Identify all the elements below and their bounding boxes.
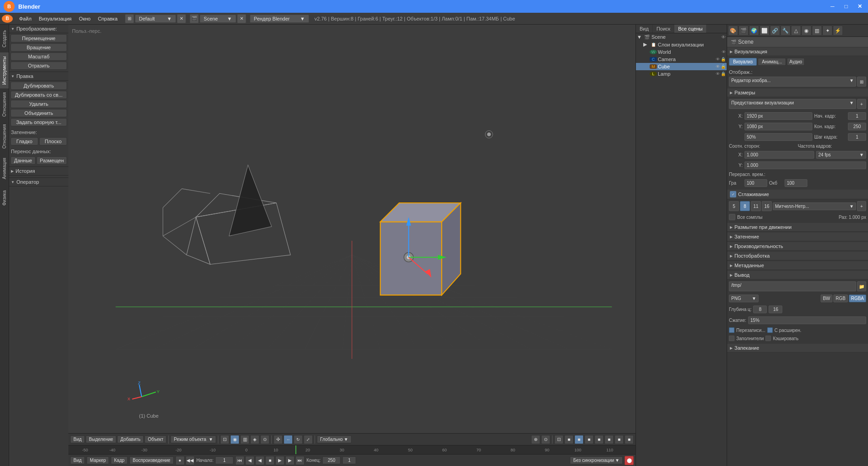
menu-window[interactable]: Окно <box>75 15 94 22</box>
tl-step-back-btn[interactable]: ◀ <box>245 456 254 465</box>
operator-section-header[interactable]: ▼ Оператор <box>9 177 68 186</box>
scene-icon-btn[interactable]: 🎬 <box>190 14 199 23</box>
fps-selector[interactable]: 24 fps ▼ <box>816 151 866 159</box>
output-section-header[interactable]: ▶ Вывод <box>727 271 868 280</box>
tl-jump-end-btn[interactable]: ⏭ <box>295 456 305 465</box>
smooth-btn[interactable]: Гладко <box>10 137 38 145</box>
render-engine-selector[interactable]: Рендер Blender ▼ <box>250 15 309 23</box>
proportional-edit-btn[interactable]: ⊙ <box>541 435 550 444</box>
prop-tab-physics[interactable]: ⚡ <box>833 26 843 36</box>
aa-5[interactable]: 5 <box>729 201 739 211</box>
flat-btn[interactable]: Плоско <box>39 137 67 145</box>
tl-view-btn[interactable]: Вид <box>70 456 85 464</box>
transform-section-header[interactable]: ▼ Преобразование: <box>9 25 68 33</box>
zbuffer-a-field[interactable]: 8 <box>753 305 767 313</box>
menu-help[interactable]: Справка <box>94 15 121 22</box>
tl-marker-btn[interactable]: Маркер <box>87 456 109 464</box>
outliner-item-camera[interactable]: C Camera 👁 🔒 <box>636 56 727 63</box>
tl-prev-key-btn[interactable]: ◀◀ <box>186 456 195 465</box>
frame-step-field[interactable]: 1 <box>848 133 866 141</box>
menu-render[interactable]: Визуализация <box>35 15 75 22</box>
rgb-btn[interactable]: RGB <box>833 295 848 302</box>
vt-object-btn[interactable]: Объект <box>145 435 166 443</box>
prop-tab-modifiers[interactable]: 🔧 <box>780 26 790 36</box>
cam-restrict-icon[interactable]: 🔒 <box>721 57 726 62</box>
bw-btn[interactable]: BW <box>821 295 832 302</box>
vt-select-btn[interactable]: Выделение <box>86 435 116 443</box>
tl-jump-start-btn[interactable]: ⏮ <box>235 456 244 465</box>
outliner-tab-view[interactable]: Вид <box>636 25 653 33</box>
frame-end-field[interactable]: 250 <box>848 123 866 130</box>
tl-sync-btn[interactable]: Без синхронизации ▼ <box>570 456 623 464</box>
transform-manipulator-btn[interactable]: ✣ <box>274 435 283 444</box>
layer5-btn[interactable]: ■ <box>604 435 614 444</box>
extension-checkbox[interactable] <box>767 327 773 333</box>
lamp-restrict-icon[interactable]: 🔒 <box>721 72 726 76</box>
format-selector[interactable]: PNG ▼ <box>729 295 759 302</box>
scene-eye-icon[interactable]: 👁 <box>721 35 726 40</box>
solid-btn[interactable]: ◉ <box>230 435 239 444</box>
vt-view-btn[interactable]: Вид <box>70 435 85 443</box>
tab-relations[interactable]: Отношения <box>0 88 9 120</box>
layer3-btn[interactable]: ■ <box>584 435 594 444</box>
render-btn[interactable]: ⊙ <box>260 435 269 444</box>
resolution-preset-selector[interactable]: Предустановки визуализации ▼ <box>729 99 856 109</box>
coordinate-system-btn[interactable]: Глобально ▼ <box>317 435 351 443</box>
material-btn[interactable]: ◈ <box>250 435 259 444</box>
texture-btn[interactable]: ▥ <box>240 435 249 444</box>
cache-checkbox[interactable] <box>765 336 771 341</box>
tl-playback-btn[interactable]: Воспроизведение <box>129 456 174 464</box>
aspect-y-field[interactable]: 1.000 <box>744 161 866 169</box>
world-eye-icon[interactable]: 👁 <box>722 50 726 54</box>
aa-16[interactable]: 16 <box>762 201 772 211</box>
tl-play-btn[interactable]: ▶ <box>275 456 284 465</box>
add-scene-btn[interactable]: ✕ <box>237 14 246 23</box>
tl-stop-btn[interactable]: ■ <box>265 456 274 465</box>
aa-11[interactable]: 11 <box>751 201 761 211</box>
outliner-item-render-layers[interactable]: ▶ 📋 Слои визуализации <box>636 41 727 48</box>
post-section-header[interactable]: ▶ Постобработка <box>727 252 868 260</box>
zbuffer-b-field[interactable]: 16 <box>769 305 782 313</box>
layer6-btn[interactable]: ■ <box>615 435 624 444</box>
move-btn[interactable]: Перемещение <box>10 34 67 42</box>
wireframe-btn[interactable]: ⊡ <box>220 435 229 444</box>
prop-tab-scene[interactable]: 🎬 <box>739 26 749 36</box>
cam-eye-icon[interactable]: 👁 <box>716 57 720 62</box>
cube-restrict-icon[interactable]: 🔒 <box>721 64 726 69</box>
set-origin-btn[interactable]: Задать опорную т... <box>10 118 67 126</box>
resolution-preset-icon[interactable]: + <box>857 99 866 109</box>
tab-physics[interactable]: Физика <box>0 184 9 212</box>
browse-output-btn[interactable]: 📁 <box>857 281 866 291</box>
outliner-tab-all-scenes[interactable]: Все сцены <box>674 25 706 33</box>
tl-play-back-btn[interactable]: ◀ <box>255 456 264 465</box>
layer2-btn[interactable]: ■ <box>574 435 584 444</box>
duplicate-btn[interactable]: Дублировать <box>10 82 67 90</box>
motion-blur-section-header[interactable]: ▶ Размытие при движении <box>727 223 868 232</box>
rotation-btn[interactable]: ↻ <box>294 435 303 444</box>
prop-tab-world[interactable]: 🌍 <box>749 26 759 36</box>
compression-field[interactable]: 15% <box>748 316 866 324</box>
res-x-field[interactable]: 1920 px <box>744 112 812 120</box>
lamp-eye-icon[interactable]: 👁 <box>716 72 720 76</box>
gam-field[interactable]: 100 <box>744 179 767 187</box>
all-samples-checkbox[interactable] <box>729 214 735 220</box>
tab-create[interactable]: Создать <box>0 25 9 52</box>
duplicate-sv-btn[interactable]: Дублировать со св... <box>10 91 67 99</box>
vt-add-btn[interactable]: Добавить <box>117 435 144 443</box>
tl-current-frame[interactable]: 1 <box>342 456 356 464</box>
layer7-btn[interactable]: ■ <box>625 435 634 444</box>
percent-field[interactable]: 50% <box>744 133 812 141</box>
render-display-icon-btn[interactable]: ⊞ <box>857 77 866 87</box>
frame-start-field[interactable]: 1 <box>848 112 866 120</box>
prop-tab-particles[interactable]: ✦ <box>822 26 832 36</box>
join-btn[interactable]: Объединить <box>10 109 67 117</box>
history-section-header[interactable]: ▶ История <box>9 166 68 176</box>
scene-selector[interactable]: Scene ▼ <box>200 15 236 23</box>
scale-btn[interactable]: Масштаб <box>10 52 67 61</box>
layout-icon[interactable]: ⊞ <box>125 14 134 23</box>
scale-btn[interactable]: ⤢ <box>304 435 313 444</box>
bake-section-header[interactable]: ▶ Запекание <box>727 344 868 352</box>
object-mode-selector[interactable]: Режим объекта ▼ <box>170 435 216 443</box>
outliner-item-world[interactable]: W World 👁 <box>636 48 727 56</box>
tl-start-field[interactable]: 1 <box>215 456 233 464</box>
